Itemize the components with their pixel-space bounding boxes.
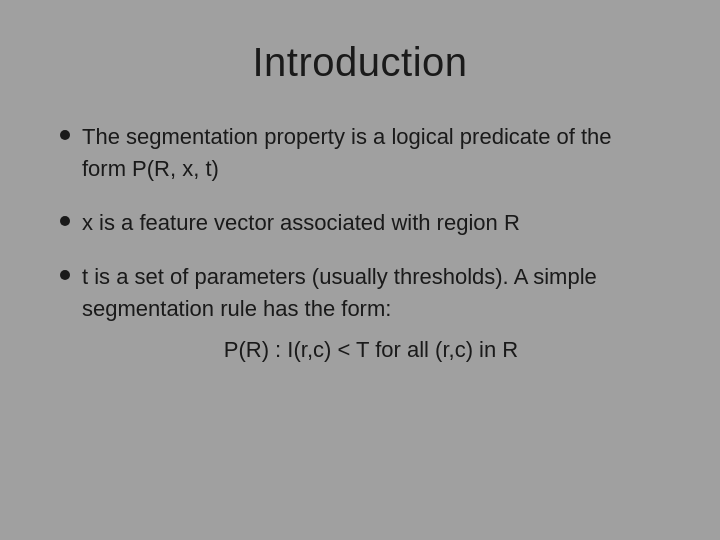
formula: P(R) : I(r,c) < T for all (r,c) in R — [82, 334, 660, 366]
slide: Introduction The segmentation property i… — [0, 0, 720, 540]
bullet-dot — [60, 130, 70, 140]
bullet-list: The segmentation property is a logical p… — [60, 121, 660, 366]
list-item: x is a feature vector associated with re… — [60, 207, 660, 239]
list-item: The segmentation property is a logical p… — [60, 121, 660, 185]
bullet-dot — [60, 216, 70, 226]
bullet-text-1: The segmentation property is a logical p… — [82, 121, 660, 185]
bullet-text-2: x is a feature vector associated with re… — [82, 207, 660, 239]
bullet-text-3: t is a set of parameters (usually thresh… — [82, 261, 660, 367]
slide-title: Introduction — [60, 40, 660, 85]
bullet-dot — [60, 270, 70, 280]
list-item: t is a set of parameters (usually thresh… — [60, 261, 660, 367]
